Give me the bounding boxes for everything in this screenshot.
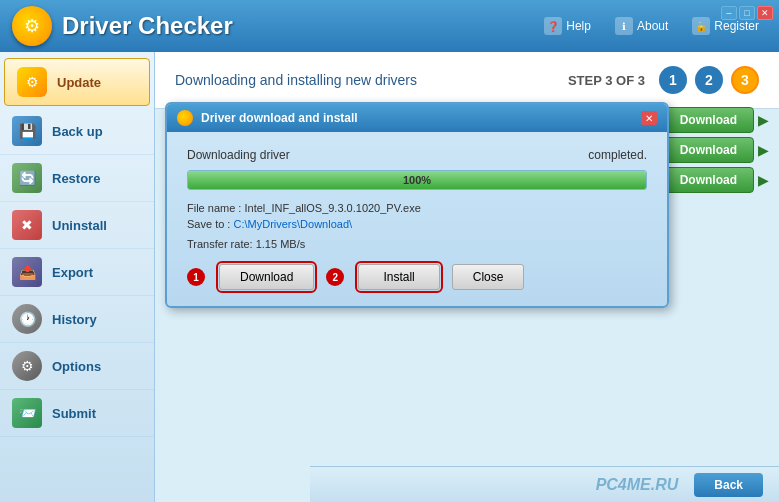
step-1-circle: 1 [659,66,687,94]
step-text: STEP 3 OF 3 [568,73,645,88]
title-bar: ⚙ Driver Checker ❓ Help ℹ About 🔒 Regist… [0,0,779,52]
dialog-body: Downloading driver completed. 100% File … [167,132,667,306]
sidebar-item-uninstall[interactable]: ✖ Uninstall [0,202,154,249]
dialog-buttons: 1 Download 2 Install Close [187,264,647,290]
download-arrow-2: ▶ [758,142,769,158]
dialog-filename-row: File name : Intel_INF_allOS_9.3.0.1020_P… [187,202,647,214]
dialog-transfer-row: Transfer rate: 1.15 MB/s [187,238,647,250]
download-btn-2[interactable]: Download [663,137,754,163]
main-layout: ⚙ Update 💾 Back up 🔄 Restore ✖ Uninstall… [0,52,779,502]
dialog-status-label: Downloading driver [187,148,290,162]
badge-1: 1 [187,268,205,286]
sidebar-label-options: Options [52,359,101,374]
download-row-2: Download ▶ [663,137,769,163]
options-icon: ⚙ [12,351,42,381]
sidebar-item-submit[interactable]: 📨 Submit [0,390,154,437]
restore-icon: 🔄 [12,163,42,193]
history-icon: 🕐 [12,304,42,334]
dialog-transfer-value: 1.15 MB/s [256,238,306,250]
dialog-status-value: completed. [588,148,647,162]
sidebar-label-history: History [52,312,97,327]
sidebar-label-submit: Submit [52,406,96,421]
minimize-button[interactable]: – [721,6,737,20]
dialog-status-row: Downloading driver completed. [187,148,647,162]
dialog-close-x-button[interactable]: ✕ [641,111,657,125]
dialog-savepath-row: Save to : C:\MyDrivers\Download\ [187,218,647,230]
dialog-save-label: Save to : [187,218,230,230]
app-logo-icon: ⚙ [12,6,52,46]
app-title: Driver Checker [62,12,536,40]
sidebar-label-uninstall: Uninstall [52,218,107,233]
dialog-title-text: Driver download and install [201,111,633,125]
dialog-transfer-label: Transfer rate: [187,238,253,250]
submit-icon: 📨 [12,398,42,428]
dialog-title-icon [177,110,193,126]
maximize-button[interactable]: □ [739,6,755,20]
dialog-install-button[interactable]: Install [358,264,439,290]
dialog-file-value: Intel_INF_allOS_9.3.0.1020_PV.exe [244,202,420,214]
sidebar-label-update: Update [57,75,101,90]
window-controls: – □ ✕ [721,6,773,20]
about-button[interactable]: ℹ About [607,13,676,39]
download-row-1: Download ▶ [663,107,769,133]
watermark-text: PC4ME.RU [596,476,679,494]
step-3-circle: 3 [731,66,759,94]
sidebar-label-backup: Back up [52,124,103,139]
download-btn-3[interactable]: Download [663,167,754,193]
dialog-close-button[interactable]: Close [452,264,525,290]
download-buttons-panel: Download ▶ Download ▶ Download ▶ [663,107,769,193]
progress-bar-container: 100% [187,170,647,190]
sidebar-item-export[interactable]: 📤 Export [0,249,154,296]
download-row-3: Download ▶ [663,167,769,193]
content-header: Downloading and installing new drivers S… [155,52,779,109]
export-icon: 📤 [12,257,42,287]
driver-download-dialog: Driver download and install ✕ Downloadin… [165,102,669,308]
sidebar-item-options[interactable]: ⚙ Options [0,343,154,390]
close-button[interactable]: ✕ [757,6,773,20]
dialog-save-path: C:\MyDrivers\Download\ [233,218,352,230]
badge-2: 2 [326,268,344,286]
sidebar-label-export: Export [52,265,93,280]
about-icon: ℹ [615,17,633,35]
help-button[interactable]: ❓ Help [536,13,599,39]
dialog-file-label: File name : [187,202,241,214]
step-indicator: STEP 3 OF 3 1 2 3 [568,66,759,94]
download-arrow-1: ▶ [758,112,769,128]
dialog-download-button[interactable]: Download [219,264,314,290]
sidebar-item-restore[interactable]: 🔄 Restore [0,155,154,202]
sidebar-item-update[interactable]: ⚙ Update [4,58,150,106]
bottom-bar: PC4ME.RU Back [310,466,779,502]
content-area: Downloading and installing new drivers S… [155,52,779,502]
back-button[interactable]: Back [694,473,763,497]
dialog-titlebar: Driver download and install ✕ [167,104,667,132]
sidebar-label-restore: Restore [52,171,100,186]
help-icon: ❓ [544,17,562,35]
sidebar-item-backup[interactable]: 💾 Back up [0,108,154,155]
uninstall-icon: ✖ [12,210,42,240]
register-icon: 🔒 [692,17,710,35]
download-arrow-3: ▶ [758,172,769,188]
progress-bar-text: 100% [188,171,646,189]
sidebar-item-history[interactable]: 🕐 History [0,296,154,343]
content-title: Downloading and installing new drivers [175,72,417,88]
step-2-circle: 2 [695,66,723,94]
backup-icon: 💾 [12,116,42,146]
update-icon: ⚙ [17,67,47,97]
sidebar: ⚙ Update 💾 Back up 🔄 Restore ✖ Uninstall… [0,52,155,502]
download-btn-1[interactable]: Download [663,107,754,133]
